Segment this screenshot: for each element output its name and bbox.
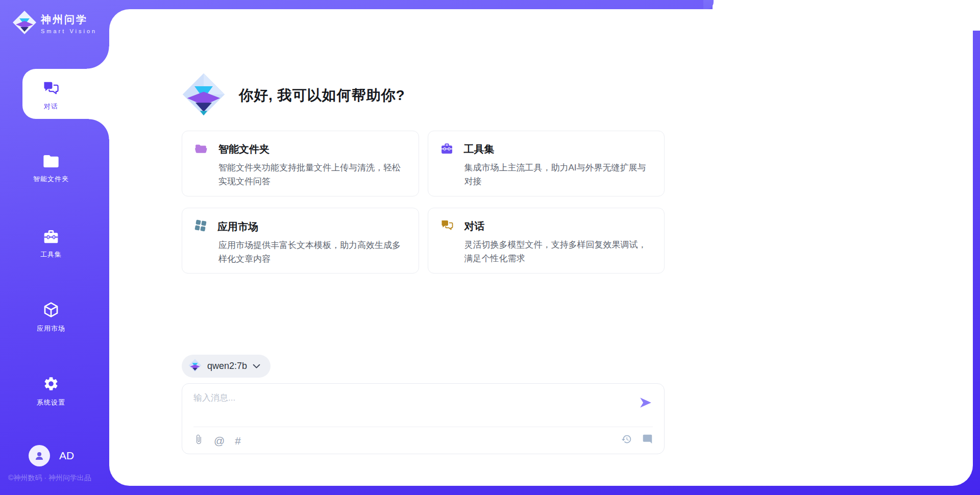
user-initials: AD	[59, 450, 74, 462]
sidebar-item-settings[interactable]: 系统设置	[0, 376, 102, 407]
greeting-title: 你好, 我可以如何帮助你?	[239, 86, 405, 105]
feature-card-market[interactable]: 应用市场 应用市场提供丰富长文本模板，助力高效生成多样化文章内容	[182, 208, 419, 274]
send-icon	[639, 403, 652, 411]
send-button[interactable]	[639, 396, 653, 410]
user-profile[interactable]: AD	[29, 445, 74, 466]
chat-bubble-icon	[642, 434, 653, 447]
chat-icon	[440, 219, 454, 233]
chevron-down-icon	[253, 362, 260, 371]
model-name: qwen2:7b	[207, 361, 247, 372]
greeting: 你好, 我可以如何帮助你?	[182, 72, 405, 118]
hashtag-button[interactable]: #	[235, 435, 241, 446]
card-title: 智能文件夹	[218, 142, 270, 156]
composer-divider	[193, 427, 653, 427]
brand-logo-icon	[12, 10, 37, 37]
sidebar: 神州问学 Smart Vision 对话 智能文件夹	[0, 0, 109, 495]
tiles-icon	[194, 219, 207, 234]
feature-card-folders[interactable]: 智能文件夹 智能文件夹功能支持批量文件上传与清洗，轻松实现文件问答	[182, 131, 419, 196]
folder-open-icon	[194, 143, 208, 156]
model-diamond-icon	[188, 359, 202, 374]
card-desc: 智能文件夹功能支持批量文件上传与清洗，轻松实现文件问答	[218, 161, 406, 188]
sidebar-item-label: 工具集	[0, 250, 102, 259]
feature-card-tools[interactable]: 工具集 集成市场上主流工具，助力AI与外界无缝扩展与对接	[428, 131, 665, 196]
card-desc: 应用市场提供丰富长文本模板，助力高效生成多样化文章内容	[218, 238, 406, 266]
model-selector[interactable]: qwen2:7b	[182, 355, 271, 378]
card-title: 工具集	[464, 142, 495, 156]
sidebar-item-label: 对话	[0, 102, 102, 111]
card-desc: 灵活切换多模型文件，支持多样回复效果调试，满足个性化需求	[464, 238, 652, 265]
chat-icon	[43, 81, 59, 97]
history-button[interactable]	[621, 434, 632, 447]
feature-card-chat[interactable]: 对话 灵活切换多模型文件，支持多样回复效果调试，满足个性化需求	[428, 208, 665, 274]
card-desc: 集成市场上主流工具，助力AI与外界无缝扩展与对接	[464, 161, 652, 188]
feature-cards: 智能文件夹 智能文件夹功能支持批量文件上传与清洗，轻松实现文件问答 工具集 集成…	[182, 131, 665, 274]
composer-toolbar: @ #	[193, 434, 653, 447]
sidebar-item-chat[interactable]: 对话	[0, 81, 102, 111]
toolbox-icon	[440, 142, 453, 156]
brand-subtitle: Smart Vision	[41, 28, 97, 34]
mention-button[interactable]: @	[214, 435, 225, 446]
message-input[interactable]	[193, 392, 612, 422]
hash-icon: #	[235, 435, 241, 446]
sidebar-item-label: 智能文件夹	[0, 175, 102, 184]
sidebar-item-market[interactable]: 应用市场	[0, 302, 102, 333]
paperclip-icon	[193, 434, 204, 447]
top-strip-rounded-end	[703, 0, 714, 9]
card-title: 应用市场	[217, 220, 258, 234]
sidebar-item-label: 应用市场	[0, 324, 102, 333]
composer: @ #	[182, 383, 665, 454]
history-icon	[621, 434, 632, 447]
toolbox-icon	[43, 229, 59, 245]
sidebar-item-tools[interactable]: 工具集	[0, 229, 102, 259]
card-title: 对话	[464, 219, 485, 233]
folder-icon	[43, 154, 59, 170]
brand: 神州问学 Smart Vision	[12, 10, 97, 37]
chat-log-button[interactable]	[642, 434, 653, 447]
hero-logo-icon	[182, 72, 226, 118]
gear-icon	[43, 376, 59, 392]
sidebar-footer: ©神州数码 · 神州问学出品	[8, 474, 91, 483]
cube-icon	[43, 302, 59, 318]
attach-button[interactable]	[193, 434, 204, 447]
at-icon: @	[214, 435, 225, 446]
app-window: 神州问学 Smart Vision 对话 智能文件夹	[0, 0, 980, 495]
sidebar-item-folders[interactable]: 智能文件夹	[0, 154, 102, 184]
sidebar-item-label: 系统设置	[0, 398, 102, 407]
avatar	[29, 445, 50, 466]
brand-name: 神州问学	[41, 13, 97, 27]
